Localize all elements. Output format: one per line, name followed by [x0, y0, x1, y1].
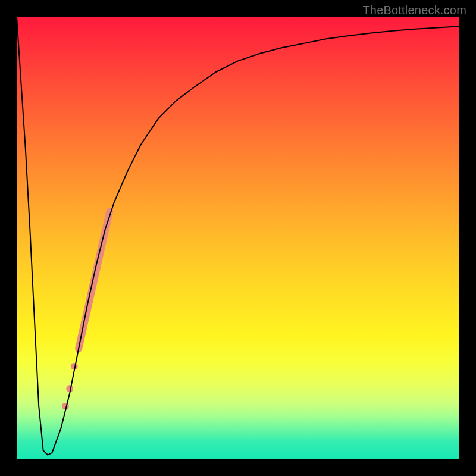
- chart-frame: TheBottleneck.com: [0, 0, 476, 476]
- bottleneck-curve: [17, 17, 459, 455]
- chart-svg: [17, 17, 459, 459]
- watermark-text: TheBottleneck.com: [362, 4, 466, 17]
- plot-area: [17, 17, 459, 459]
